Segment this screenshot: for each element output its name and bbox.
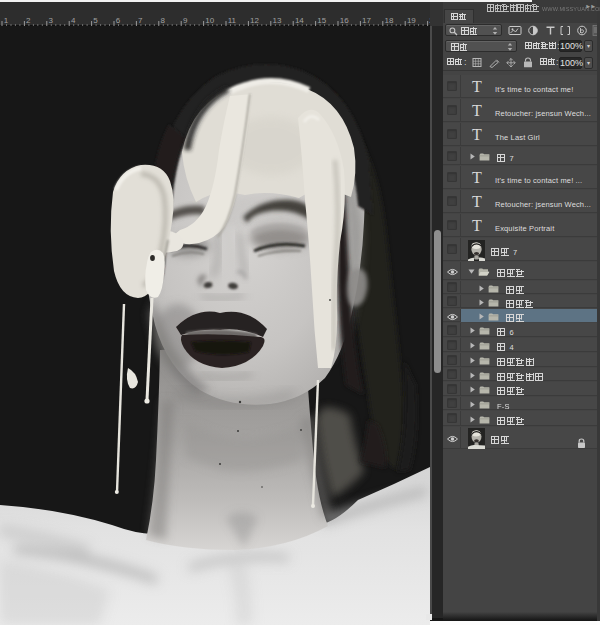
svg-text:13: 13 [273, 16, 282, 25]
svg-text:14: 14 [295, 16, 304, 25]
svg-text:11: 11 [228, 16, 237, 25]
svg-text:8: 8 [161, 16, 166, 25]
svg-text:4: 4 [71, 16, 76, 25]
svg-text:5: 5 [93, 16, 98, 25]
svg-text:7: 7 [138, 16, 143, 25]
svg-text:2: 2 [26, 16, 31, 25]
svg-text:3: 3 [49, 16, 54, 25]
svg-text:6: 6 [116, 16, 121, 25]
svg-text:18: 18 [385, 16, 394, 25]
svg-text:9: 9 [183, 16, 188, 25]
svg-text:16: 16 [340, 16, 349, 25]
svg-text:17: 17 [362, 16, 371, 25]
svg-text:19: 19 [407, 16, 416, 25]
svg-text:12: 12 [250, 16, 259, 25]
svg-text:10: 10 [205, 16, 214, 25]
svg-text:1: 1 [4, 16, 9, 25]
svg-text:15: 15 [317, 16, 326, 25]
